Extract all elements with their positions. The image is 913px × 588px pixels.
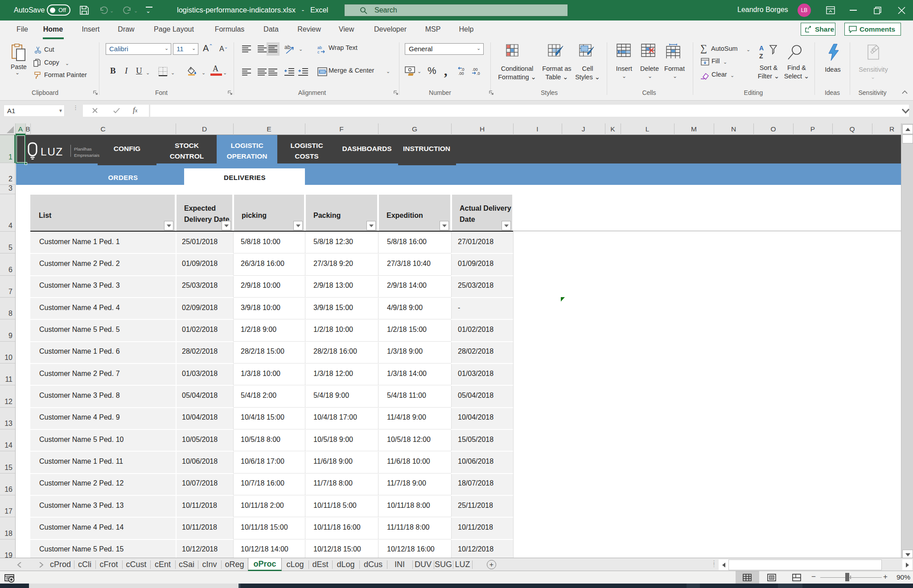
- svg-text:ab: ab: [284, 44, 291, 50]
- svg-text:.0: .0: [477, 71, 480, 76]
- svg-text:ab: ab: [317, 45, 322, 50]
- svg-text:c: c: [317, 50, 320, 54]
- svg-text:A: A: [759, 45, 764, 52]
- svg-text:Z: Z: [759, 53, 763, 60]
- svg-text:.00: .00: [458, 71, 464, 76]
